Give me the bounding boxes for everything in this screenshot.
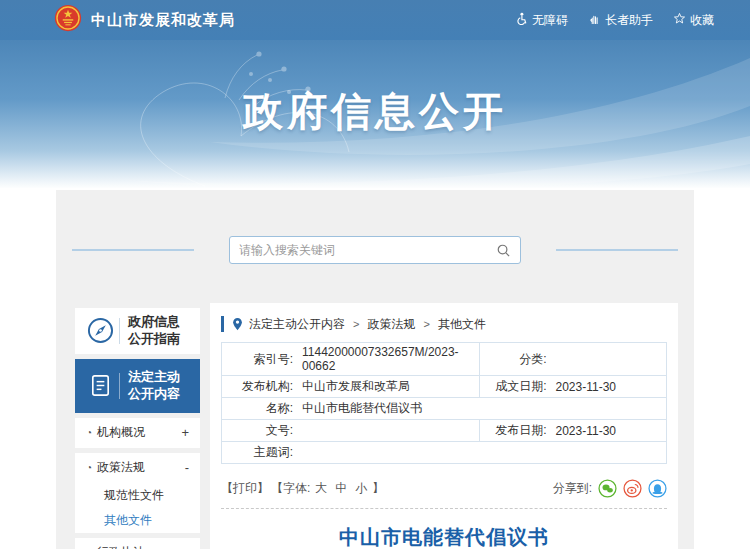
accessibility-label: 无障碍 <box>532 12 568 29</box>
bullet-icon: ◔ <box>86 463 92 473</box>
accessibility-link[interactable]: 无障碍 <box>515 12 568 29</box>
share-label: 分享到: <box>553 480 592 497</box>
index-label: 索引号: <box>222 351 302 368</box>
publish-date-cell: 发布日期: 2023-11-30 <box>480 420 666 441</box>
search-row <box>56 236 694 264</box>
breadcrumb: 法定主动公开内容 > 政策法规 > 其他文件 <box>221 310 667 338</box>
doc-no-label: 文号: <box>222 422 302 439</box>
submenu-label: 其他文件 <box>104 512 152 529</box>
breadcrumb-separator: > <box>423 318 429 330</box>
elder-assist-link[interactable]: 长者助手 <box>588 12 653 29</box>
compass-icon <box>83 317 117 344</box>
category-label: 分类: <box>480 351 556 368</box>
menu-label: 行政执法 <box>97 544 181 549</box>
qq-share-icon[interactable] <box>648 479 667 498</box>
font-size-prefix: 【字体: <box>271 480 310 497</box>
sidebar-item-policies[interactable]: ◔ 政策法规 - <box>75 453 200 483</box>
agency-cell: 发布机构: 中山市发展和改革局 <box>222 376 480 397</box>
left-divider-line <box>72 249 194 251</box>
font-size-small-button[interactable]: 小 <box>355 480 367 497</box>
written-date-label: 成文日期: <box>480 378 556 395</box>
publish-date-value: 2023-11-30 <box>556 424 666 438</box>
font-size-large-button[interactable]: 大 <box>315 480 327 497</box>
active-line1: 法定主动 <box>128 369 180 384</box>
keywords-label: 主题词: <box>222 444 302 461</box>
sidebar-item-statutory-disclosure[interactable]: 法定主动 公开内容 <box>75 359 200 413</box>
keywords-cell: 主题词: <box>222 442 666 463</box>
table-row: 发布机构: 中山市发展和改革局 成文日期: 2023-11-30 <box>222 376 666 398</box>
font-size-suffix: 】 <box>372 480 384 497</box>
sidebar-active-label: 法定主动 公开内容 <box>128 369 180 403</box>
breadcrumb-item-policies[interactable]: 政策法规 <box>367 316 415 333</box>
collapse-icon[interactable]: - <box>185 460 189 475</box>
breadcrumb-accent-bar <box>221 316 224 332</box>
expand-icon[interactable]: + <box>181 425 189 440</box>
bullet-icon: ◔ <box>86 428 92 438</box>
breadcrumb-separator: > <box>353 318 359 330</box>
accessibility-icon <box>515 12 528 28</box>
name-label: 名称: <box>222 400 302 417</box>
site-title: 中山市发展和改革局 <box>91 11 235 30</box>
name-value: 中山市电能替代倡议书 <box>302 400 666 417</box>
category-cell: 分类: <box>480 343 666 375</box>
index-cell: 索引号: 11442000007332657M/2023-00662 <box>222 343 480 375</box>
weibo-share-icon[interactable] <box>623 479 642 498</box>
sidebar-guide-label: 政府信息 公开指南 <box>128 314 180 348</box>
agency-value: 中山市发展和改革局 <box>302 378 479 395</box>
national-emblem-icon <box>54 4 82 36</box>
table-row: 文号: 发布日期: 2023-11-30 <box>222 420 666 442</box>
location-pin-icon <box>232 317 243 331</box>
sidebar: 政府信息 公开指南 法定主动 公开内容 ◔ 机构概况 + <box>75 308 200 549</box>
search-input[interactable] <box>239 243 496 257</box>
article-title: 中山市电能替代倡议书 <box>221 524 667 549</box>
sidebar-item-guide[interactable]: 政府信息 公开指南 <box>75 308 200 354</box>
sidebar-subitem-normative-docs[interactable]: 规范性文件 <box>75 483 200 508</box>
document-icon <box>83 373 117 398</box>
sidebar-item-law-enforcement[interactable]: ◔ 行政执法 + <box>75 538 200 549</box>
breadcrumb-item-statutory[interactable]: 法定主动公开内容 <box>249 316 345 333</box>
submenu-label: 规范性文件 <box>104 487 164 504</box>
page: 中山市发展和改革局 无障碍 长者助手 收藏 <box>0 0 750 549</box>
banner: 政府信息公开 <box>0 40 750 188</box>
written-date-value: 2023-11-30 <box>556 380 666 394</box>
article-toolbar: 【打印】 【字体: 大 中 小 】 分享到: <box>221 479 667 498</box>
document-meta-table: 索引号: 11442000007332657M/2023-00662 分类: 发… <box>221 342 667 464</box>
print-button[interactable]: 【打印】 <box>221 480 269 497</box>
table-row: 主题词: <box>222 442 666 463</box>
main-panel: 法定主动公开内容 > 政策法规 > 其他文件 索引号: 114420000073… <box>210 303 678 549</box>
divider <box>119 373 120 399</box>
font-size-medium-button[interactable]: 中 <box>335 480 347 497</box>
breadcrumb-item-other-docs[interactable]: 其他文件 <box>438 316 486 333</box>
name-cell: 名称: 中山市电能替代倡议书 <box>222 398 666 419</box>
top-header-bar: 中山市发展和改革局 无障碍 长者助手 收藏 <box>0 0 750 40</box>
favorite-link[interactable]: 收藏 <box>673 12 714 29</box>
divider <box>119 318 120 344</box>
right-divider-line <box>556 249 678 251</box>
table-row: 名称: 中山市电能替代倡议书 <box>222 398 666 420</box>
active-line2: 公开内容 <box>128 386 180 401</box>
favorite-label: 收藏 <box>690 12 714 29</box>
table-row: 索引号: 11442000007332657M/2023-00662 分类: <box>222 343 666 376</box>
wechat-share-icon[interactable] <box>598 479 617 498</box>
publish-date-label: 发布日期: <box>480 422 556 439</box>
dashed-divider <box>221 508 667 509</box>
elder-assist-label: 长者助手 <box>605 12 653 29</box>
sidebar-subitem-other-docs[interactable]: 其他文件 <box>75 508 200 533</box>
page-title: 政府信息公开 <box>0 84 750 139</box>
toolbar-share: 分享到: <box>553 479 667 498</box>
menu-label: 机构概况 <box>97 424 181 441</box>
guide-line1: 政府信息 <box>128 314 180 329</box>
site-brand[interactable]: 中山市发展和改革局 <box>54 4 235 36</box>
agency-label: 发布机构: <box>222 378 302 395</box>
search-box <box>229 236 521 264</box>
menu-label: 政策法规 <box>97 459 185 476</box>
sidebar-item-org-overview[interactable]: ◔ 机构概况 + <box>75 418 200 448</box>
written-date-cell: 成文日期: 2023-11-30 <box>480 376 666 397</box>
top-links: 无障碍 长者助手 收藏 <box>515 12 714 29</box>
content-card: 政府信息 公开指南 法定主动 公开内容 ◔ 机构概况 + <box>56 190 694 549</box>
toolbar-left: 【打印】 【字体: 大 中 小 】 <box>221 480 384 497</box>
elder-assist-icon <box>588 12 601 28</box>
expand-icon[interactable]: + <box>181 545 189 549</box>
star-icon <box>673 12 686 28</box>
search-icon[interactable] <box>496 243 511 258</box>
